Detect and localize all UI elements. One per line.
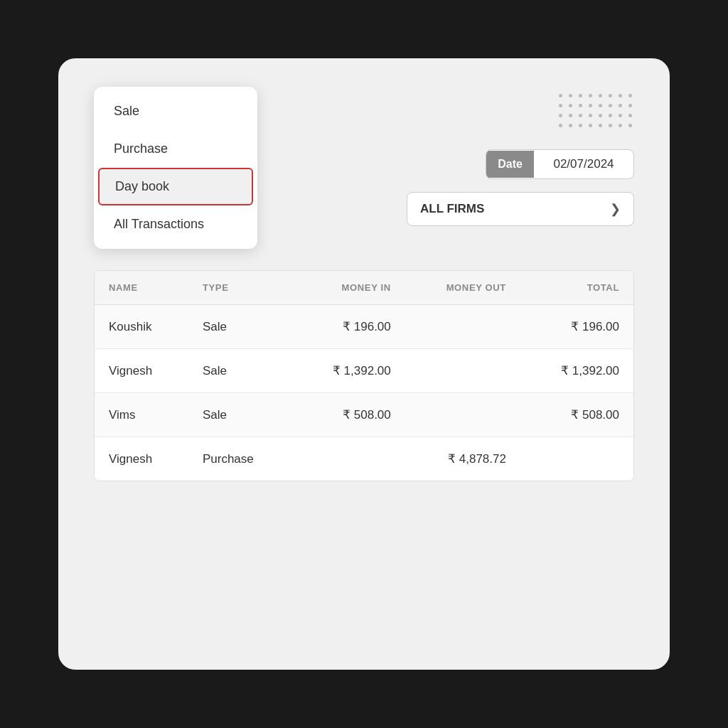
col-header-type: TYPE xyxy=(188,271,292,305)
dropdown-item-all-transactions[interactable]: All Transactions xyxy=(94,205,257,243)
col-header-total: TOTAL xyxy=(520,271,633,305)
transactions-table: NAME TYPE MONEY IN MONEY OUT TOTAL Koush… xyxy=(94,270,634,481)
main-card: Sale Purchase Day book All Transactions xyxy=(58,58,670,670)
cell-money-in xyxy=(292,437,405,481)
dropdown-item-daybook[interactable]: Day book xyxy=(98,168,253,205)
cell-money-out xyxy=(405,349,520,393)
cell-type: Purchase xyxy=(188,437,292,481)
table-row: Vignesh Purchase ₹ 4,878.72 xyxy=(95,437,633,481)
cell-money-out xyxy=(405,393,520,437)
firms-dropdown[interactable]: ALL FIRMS ❯ xyxy=(407,192,634,226)
cell-total: ₹ 508.00 xyxy=(520,393,633,437)
cell-name: Koushik xyxy=(95,305,188,349)
table-row: Koushik Sale ₹ 196.00 ₹ 196.00 xyxy=(95,305,633,349)
cell-money-in: ₹ 508.00 xyxy=(292,393,405,437)
cell-name: Vignesh xyxy=(95,349,188,393)
table-header-row: NAME TYPE MONEY IN MONEY OUT TOTAL xyxy=(95,271,633,305)
date-label: Date xyxy=(486,151,534,178)
cell-name: Vims xyxy=(95,393,188,437)
right-controls: Date 02/07/2024 ALL FIRMS ❯ xyxy=(407,87,634,226)
dropdown-item-purchase[interactable]: Purchase xyxy=(94,130,257,168)
dropdown-item-sale[interactable]: Sale xyxy=(94,92,257,130)
firms-label: ALL FIRMS xyxy=(420,202,484,216)
cell-money-in: ₹ 1,392.00 xyxy=(292,349,405,393)
cell-money-in: ₹ 196.00 xyxy=(292,305,405,349)
cell-money-out xyxy=(405,305,520,349)
cell-name: Vignesh xyxy=(95,437,188,481)
table-row: Vignesh Sale ₹ 1,392.00 ₹ 1,392.00 xyxy=(95,349,633,393)
cell-type: Sale xyxy=(188,349,292,393)
cell-money-out: ₹ 4,878.72 xyxy=(405,437,520,481)
date-control[interactable]: Date 02/07/2024 xyxy=(486,149,634,179)
cell-type: Sale xyxy=(188,393,292,437)
cell-type: Sale xyxy=(188,305,292,349)
col-header-name: NAME xyxy=(95,271,188,305)
date-value: 02/07/2024 xyxy=(534,150,633,178)
dropdown-menu: Sale Purchase Day book All Transactions xyxy=(94,87,257,249)
table-row: Vims Sale ₹ 508.00 ₹ 508.00 xyxy=(95,393,633,437)
col-header-money-in: MONEY IN xyxy=(292,271,405,305)
dots-decoration xyxy=(559,94,634,129)
top-area: Sale Purchase Day book All Transactions xyxy=(94,87,634,249)
cell-total: ₹ 1,392.00 xyxy=(520,349,633,393)
col-header-money-out: MONEY OUT xyxy=(405,271,520,305)
cell-total xyxy=(520,437,633,481)
chevron-down-icon: ❯ xyxy=(610,201,621,217)
cell-total: ₹ 196.00 xyxy=(520,305,633,349)
